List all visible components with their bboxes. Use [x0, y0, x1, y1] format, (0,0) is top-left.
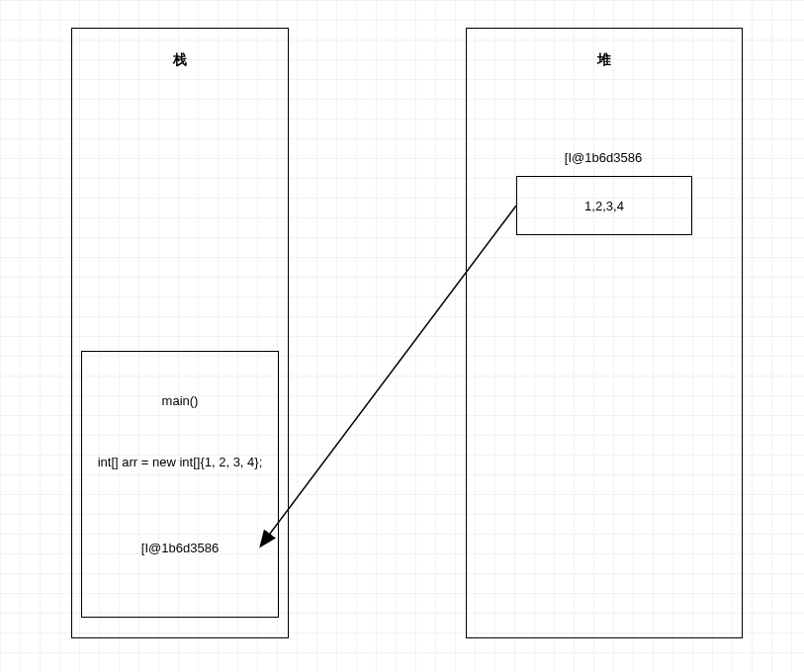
stack-frame-code: int[] arr = new int[]{1, 2, 3, 4};	[82, 455, 278, 469]
stack-frame	[81, 351, 279, 618]
stack-title: 栈	[71, 51, 289, 69]
heap-value: 1,2,3,4	[584, 199, 624, 213]
stack-frame-ref: [I@1b6d3586	[81, 541, 279, 555]
heap-address: [I@1b6d3586	[524, 150, 682, 165]
heap-title: 堆	[466, 51, 743, 69]
stack-frame-name: main()	[81, 393, 279, 408]
heap-value-box: 1,2,3,4	[516, 176, 692, 235]
heap-container	[466, 28, 743, 638]
